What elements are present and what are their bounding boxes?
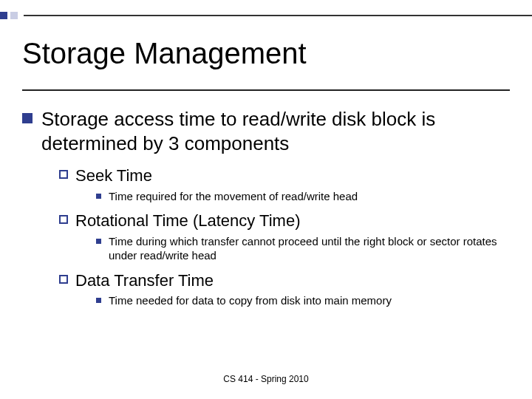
slide-title: Storage Management bbox=[22, 37, 510, 70]
square-bullet-solid-icon bbox=[22, 113, 33, 123]
square-bullet-small-icon bbox=[96, 239, 101, 244]
bullet-level2: Seek Time bbox=[59, 166, 510, 186]
item-label: Rotational Time (Latency Time) bbox=[75, 211, 300, 231]
item-desc: Time required for the movement of read/w… bbox=[109, 189, 358, 204]
square-bullet-hollow-icon bbox=[59, 215, 68, 224]
bullet-level3: Time required for the movement of read/w… bbox=[96, 189, 510, 204]
square-bullet-hollow-icon bbox=[59, 170, 68, 179]
accent-square-dark bbox=[0, 12, 7, 19]
square-bullet-hollow-icon bbox=[59, 275, 68, 284]
slide-footer: CS 414 - Spring 2010 bbox=[0, 374, 532, 384]
bullet-level1: Storage access time to read/write disk b… bbox=[22, 107, 510, 155]
accent-line bbox=[24, 15, 532, 19]
intro-text: Storage access time to read/write disk b… bbox=[41, 107, 510, 155]
square-bullet-small-icon bbox=[96, 298, 101, 303]
bullet-level2: Rotational Time (Latency Time) bbox=[59, 211, 510, 231]
item-desc: Time needed for data to copy from disk i… bbox=[109, 293, 392, 308]
title-rule bbox=[22, 89, 510, 91]
bullet-level3: Time during which transfer cannot procee… bbox=[96, 234, 510, 263]
item-label: Seek Time bbox=[75, 166, 152, 186]
accent-square-light bbox=[10, 12, 18, 19]
bullet-level2: Data Transfer Time bbox=[59, 270, 510, 291]
item-desc: Time during which transfer cannot procee… bbox=[109, 234, 510, 263]
slide-body: Storage Management Storage access time t… bbox=[0, 0, 532, 308]
item-label: Data Transfer Time bbox=[75, 270, 214, 291]
square-bullet-small-icon bbox=[96, 194, 101, 199]
bullet-level3: Time needed for data to copy from disk i… bbox=[96, 293, 510, 308]
accent-bar bbox=[0, 12, 532, 19]
